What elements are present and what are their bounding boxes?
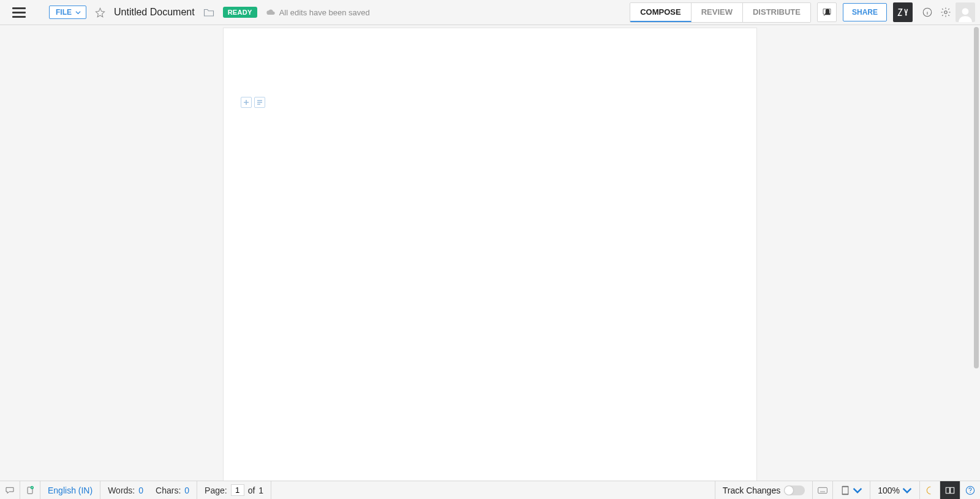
- page-fit-icon: [840, 486, 850, 495]
- info-icon: [922, 7, 933, 18]
- vertical-scrollbar[interactable]: [972, 25, 980, 481]
- insert-widgets: [241, 97, 265, 108]
- user-avatar[interactable]: [956, 2, 975, 22]
- gear-icon: [940, 7, 951, 18]
- insert-paragraph-button[interactable]: [254, 97, 265, 108]
- language-label: English (IN): [48, 486, 92, 495]
- page-of: of: [248, 486, 255, 495]
- app-header: FILE Untitled Document READY All edits h…: [0, 0, 980, 25]
- scrollbar-thumb[interactable]: [974, 27, 979, 368]
- track-changes-control: Track Changes: [715, 481, 813, 499]
- page-indicator: Page: of 1: [197, 481, 271, 499]
- zoom-control[interactable]: 100%: [870, 481, 920, 499]
- info-button[interactable]: [919, 2, 936, 22]
- status-badge: READY: [223, 7, 257, 18]
- svg-point-3: [944, 11, 948, 14]
- svg-point-4: [962, 8, 969, 15]
- person-icon: [957, 6, 973, 22]
- share-button[interactable]: SHARE: [843, 3, 887, 21]
- chevron-down-icon: [902, 486, 912, 495]
- document-canvas[interactable]: [0, 25, 980, 481]
- language-selector[interactable]: English (IN): [40, 481, 100, 499]
- tab-distribute[interactable]: DISTRIBUTE: [743, 3, 810, 22]
- word-char-count[interactable]: Words: 0 Chars: 0: [100, 481, 197, 499]
- file-menu-button[interactable]: FILE: [49, 6, 86, 19]
- bell-icon: [823, 8, 832, 18]
- help-icon: [965, 486, 975, 495]
- track-changes-toggle[interactable]: [784, 486, 805, 495]
- page-width-button[interactable]: [833, 481, 870, 499]
- svg-rect-13: [842, 486, 848, 494]
- zoom-value: 100%: [878, 486, 900, 495]
- reader-view-button[interactable]: [940, 481, 960, 499]
- chars-label: Chars:: [156, 486, 181, 495]
- book-open-icon: [945, 486, 955, 495]
- words-value: 0: [138, 486, 143, 495]
- star-icon[interactable]: [95, 7, 105, 18]
- zia-icon: [897, 8, 908, 17]
- page-label: Page:: [205, 486, 227, 495]
- cloud-icon: [266, 9, 276, 16]
- keyboard-icon: [818, 486, 827, 495]
- save-status: All edits have been saved: [266, 8, 370, 17]
- keyboard-shortcuts-button[interactable]: [813, 481, 833, 499]
- insert-block-button[interactable]: [241, 97, 252, 108]
- clipboard-check-icon: [25, 486, 35, 495]
- mode-tabs: COMPOSE REVIEW DISTRIBUTE: [630, 2, 811, 23]
- track-changes-label: Track Changes: [723, 486, 780, 495]
- hamburger-menu-icon[interactable]: [12, 7, 26, 18]
- svg-rect-7: [818, 487, 827, 493]
- file-menu-label: FILE: [56, 8, 72, 17]
- page-total: 1: [258, 486, 263, 495]
- plus-icon: [243, 99, 249, 105]
- settings-button[interactable]: [937, 2, 954, 22]
- clipboard-button[interactable]: [20, 481, 40, 499]
- status-bar: English (IN) Words: 0 Chars: 0 Page: of …: [0, 481, 980, 499]
- dark-mode-button[interactable]: [920, 481, 940, 499]
- zia-assistant-button[interactable]: [893, 2, 913, 22]
- svg-point-15: [970, 492, 970, 493]
- page-current-input[interactable]: [231, 484, 244, 496]
- document-title[interactable]: Untitled Document: [114, 7, 195, 18]
- lines-icon: [257, 99, 263, 105]
- words-label: Words:: [108, 486, 135, 495]
- chars-value: 0: [184, 486, 189, 495]
- chevron-down-icon: [853, 486, 862, 495]
- chevron-down-icon: [75, 10, 81, 15]
- help-button[interactable]: [960, 481, 980, 499]
- tab-review[interactable]: REVIEW: [692, 3, 743, 22]
- tab-compose[interactable]: COMPOSE: [630, 3, 691, 22]
- notifications-button[interactable]: [817, 2, 837, 22]
- folder-icon[interactable]: [203, 7, 214, 17]
- document-page[interactable]: [224, 28, 756, 481]
- comments-panel-button[interactable]: [0, 481, 20, 499]
- moon-icon: [925, 486, 935, 495]
- save-status-text: All edits have been saved: [279, 8, 370, 17]
- speech-bubble-icon: [5, 486, 15, 495]
